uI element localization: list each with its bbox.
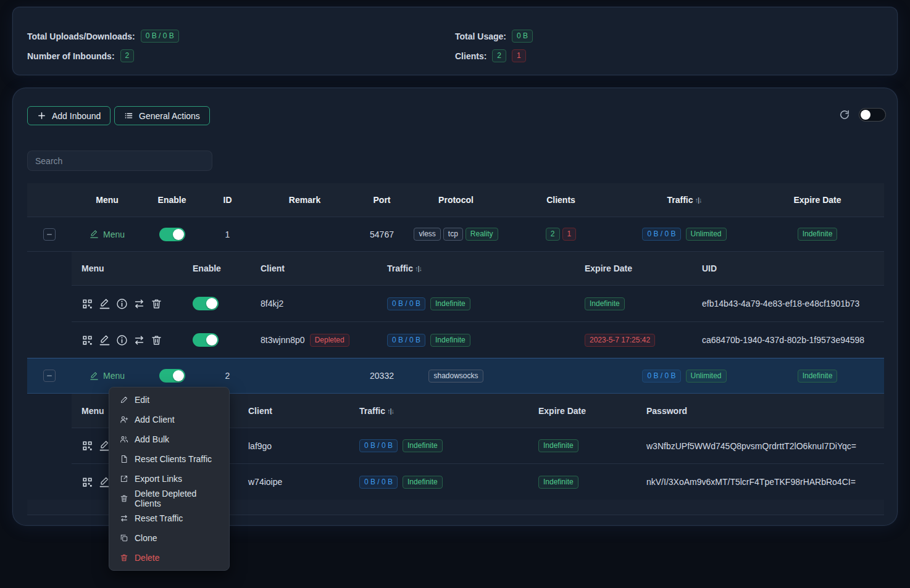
- menu-item-label: Edit: [135, 395, 149, 405]
- uid-value: efb14b43-4a79-4e83-ef18-e48cf1901b73: [702, 299, 859, 308]
- expire-badge: Indefinite: [798, 228, 838, 241]
- search-input[interactable]: [27, 151, 212, 171]
- reset-traffic-icon[interactable]: [133, 334, 145, 346]
- qr-code-icon[interactable]: [81, 476, 93, 488]
- expire-cell: Indefinite: [575, 286, 692, 321]
- stat-usage-badge: 0 B: [512, 30, 533, 43]
- password-value: nkV/I/3XoAm9v6xMT/T5lcrF4TpeTKF98rHARbRo…: [646, 477, 856, 487]
- menu-item-label: Reset Traffic: [135, 513, 183, 523]
- menu-item-reset-clients-traffic[interactable]: Reset Clients Traffic: [109, 449, 229, 469]
- stat-label: Clients:: [455, 51, 486, 61]
- add-inbound-button[interactable]: Add Inbound: [27, 106, 111, 125]
- header-client: Client: [238, 394, 349, 428]
- inbound-menu-button[interactable]: Menu: [90, 371, 125, 381]
- uid-value: ca68470b-1940-437d-802b-1f9573e94598: [702, 335, 864, 345]
- collapse-row-button[interactable]: [43, 370, 56, 382]
- edit-icon[interactable]: [99, 334, 111, 346]
- menu-item-label: Clone: [135, 533, 157, 543]
- client-name: w74ioipe: [238, 464, 349, 500]
- expire-cell: Indefinite: [751, 217, 884, 251]
- menu-item-delete-depleted-clients[interactable]: Delete Depleted Clients: [109, 489, 229, 508]
- header-menu: Menu: [72, 252, 183, 285]
- header-expire-date: Expire Date: [751, 183, 884, 217]
- expire-badge: Indefinite: [798, 370, 838, 383]
- dark-mode-toggle[interactable]: [859, 108, 886, 122]
- info-icon[interactable]: [116, 334, 128, 346]
- stat-clients-active-badge: 2: [492, 49, 506, 62]
- info-icon[interactable]: [116, 298, 128, 310]
- client-password: nkV/I/3XoAm9v6xMT/T5lcrF4TpeTKF98rHARbRo…: [637, 464, 884, 500]
- collapse-row-button[interactable]: [43, 228, 56, 241]
- expire-badge: Indefinite: [585, 297, 625, 310]
- list-icon: [124, 111, 133, 120]
- expand-cell: [27, 358, 72, 393]
- qr-code-icon[interactable]: [81, 298, 93, 310]
- menu-label: Menu: [103, 230, 125, 239]
- stat-number-of-inbounds: Number of Inbounds: 2: [27, 49, 134, 62]
- traffic-cell: 0 B / 0 B Indefinite: [377, 322, 575, 358]
- clients-header-row: Menu Enable Client Traffic ↑|↓ Expire Da…: [72, 252, 884, 286]
- protocol-tag: tcp: [443, 228, 463, 241]
- qr-code-icon[interactable]: [81, 334, 93, 346]
- protocol-tag: Reality: [465, 228, 498, 241]
- file-icon: [120, 455, 128, 463]
- header-traffic-sort[interactable]: Traffic ↑|↓: [618, 183, 751, 217]
- clients-subtable-1: Menu Enable Client Traffic ↑|↓ Expire Da…: [72, 252, 884, 358]
- inbound-context-menu: Edit Add Client Add Bulk Reset Clients T…: [109, 387, 230, 571]
- expire-badge: 2023-5-7 17:25:42: [585, 334, 655, 347]
- edit-icon[interactable]: [99, 298, 111, 310]
- header-traffic-sort[interactable]: Traffic ↑|↓: [377, 252, 575, 285]
- general-actions-button[interactable]: General Actions: [114, 106, 210, 125]
- protocol-cell: vless tcp Reality: [408, 217, 504, 251]
- switch-knob: [206, 298, 217, 309]
- sort-icon: ↑|↓: [695, 196, 701, 204]
- traffic-cell: 0 B / 0 B Unlimited: [618, 217, 751, 251]
- expire-cell: Indefinite: [528, 464, 637, 500]
- refresh-icon[interactable]: [839, 109, 850, 120]
- inbound-port: 54767: [356, 217, 408, 251]
- delete-icon[interactable]: [151, 298, 162, 310]
- header-protocol: Protocol: [408, 183, 504, 217]
- header-expire-date: Expire Date: [528, 394, 637, 428]
- traffic-cell: 0 B / 0 B Unlimited: [618, 358, 751, 393]
- stat-label: Total Uploads/Downloads:: [27, 31, 135, 41]
- menu-item-label: Export Links: [135, 474, 182, 484]
- enable-switch[interactable]: [159, 228, 185, 241]
- enable-switch[interactable]: [193, 297, 219, 310]
- menu-item-clone[interactable]: Clone: [109, 528, 229, 548]
- enable-switch[interactable]: [159, 369, 185, 383]
- traffic-badge: 0 B / 0 B: [387, 297, 425, 310]
- expire-cell: Indefinite: [751, 358, 884, 393]
- menu-item-delete[interactable]: Delete: [109, 548, 229, 568]
- traffic-cell: 0 B / 0 B Indefinite: [377, 286, 575, 321]
- enable-switch[interactable]: [193, 333, 219, 347]
- stat-inbounds-badge: 2: [120, 49, 135, 62]
- clients-cell: 2 1: [504, 217, 618, 251]
- client-name: 8f4kj2: [251, 286, 377, 321]
- menu-item-add-client[interactable]: Add Client: [109, 410, 229, 429]
- header-expire-date: Expire Date: [575, 252, 692, 285]
- menu-item-add-bulk[interactable]: Add Bulk: [109, 429, 229, 449]
- client-name: 8t3wjnn8p0: [261, 335, 305, 345]
- depleted-badge: Depleted: [310, 334, 349, 347]
- traffic-badge: 0 B / 0 B: [642, 370, 680, 383]
- menu-item-export-links[interactable]: Export Links: [109, 469, 229, 489]
- delete-icon[interactable]: [151, 334, 162, 346]
- reset-traffic-icon[interactable]: [133, 298, 145, 310]
- protocol-tag: shadowsocks: [428, 370, 483, 383]
- traffic-badge: 0 B / 0 B: [359, 476, 398, 489]
- menu-item-edit[interactable]: Edit: [109, 390, 229, 410]
- password-value: w3NfbzUPf5WWd745Q8pvsmQrdrttT2lO6knuI7Di…: [646, 441, 856, 451]
- header-traffic-sort[interactable]: Traffic ↑|↓: [349, 394, 528, 428]
- clients-depleted-badge: 1: [562, 228, 577, 241]
- clients-active-badge: 2: [546, 228, 560, 241]
- menu-item-reset-traffic[interactable]: Reset Traffic: [109, 508, 229, 528]
- inbound-port: 20332: [356, 358, 408, 393]
- traffic-badge: 0 B / 0 B: [359, 439, 398, 452]
- switch-knob: [206, 334, 217, 346]
- stats-card: Total Uploads/Downloads: 0 B / 0 B Numbe…: [12, 7, 898, 75]
- traffic-total-badge: Indefinite: [403, 439, 443, 452]
- traffic-cell: 0 B / 0 B Indefinite: [349, 464, 528, 500]
- qr-code-icon[interactable]: [81, 440, 93, 452]
- inbound-menu-button[interactable]: Menu: [90, 230, 125, 239]
